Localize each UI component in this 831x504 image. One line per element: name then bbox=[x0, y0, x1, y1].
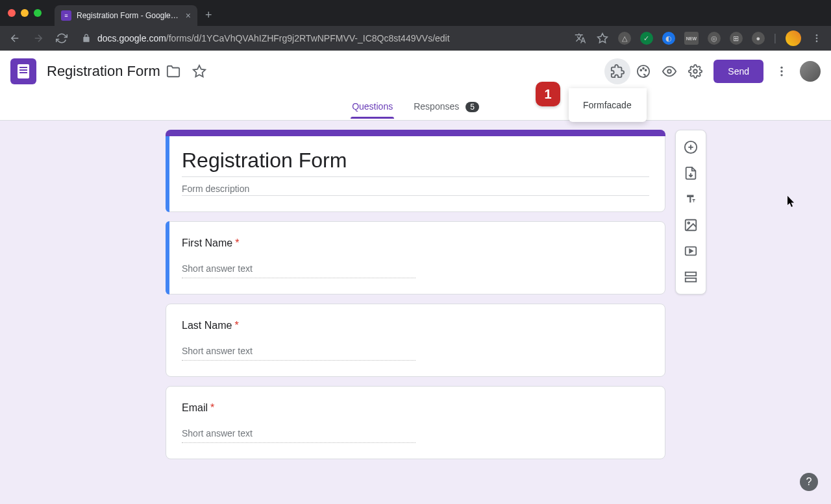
svg-point-9 bbox=[668, 69, 672, 73]
svg-marker-20 bbox=[689, 249, 693, 253]
svg-point-18 bbox=[688, 222, 689, 224]
answer-placeholder: Short answer text bbox=[182, 263, 416, 278]
question-label: First Name* bbox=[182, 237, 649, 249]
svg-rect-22 bbox=[686, 278, 697, 282]
svg-point-11 bbox=[780, 67, 782, 69]
mouse-cursor-icon bbox=[788, 196, 797, 208]
browser-tab[interactable]: ≡ Registration Form - Google Fo × bbox=[55, 5, 197, 26]
response-count-badge: 5 bbox=[465, 102, 479, 112]
send-button[interactable]: Send bbox=[713, 60, 763, 83]
browser-profile-avatar[interactable] bbox=[786, 30, 801, 46]
favicon-icon: ≡ bbox=[61, 10, 71, 21]
url-text: docs.google.com/forms/d/1YCaVhQVAhIZHFrg… bbox=[97, 33, 450, 43]
settings-icon[interactable] bbox=[682, 58, 708, 84]
extension-icon[interactable]: ● bbox=[752, 32, 765, 45]
close-window-icon[interactable] bbox=[8, 9, 16, 17]
tab-bar: ≡ Registration Form - Google Fo × + bbox=[0, 0, 831, 26]
add-video-icon[interactable] bbox=[678, 238, 704, 264]
extension-icon[interactable]: ◐ bbox=[662, 32, 675, 45]
add-image-icon[interactable] bbox=[678, 212, 704, 238]
new-tab-button[interactable]: + bbox=[205, 8, 212, 22]
star-icon[interactable] bbox=[186, 58, 212, 84]
palette-icon[interactable] bbox=[630, 58, 656, 84]
extension-icons: △ ✓ ◐ NEW ◎ ⊞ ● | bbox=[574, 30, 823, 46]
minimize-window-icon[interactable] bbox=[21, 9, 29, 17]
help-button[interactable]: ? bbox=[800, 473, 818, 491]
form-header-card[interactable]: Registration Form Form description bbox=[166, 130, 665, 212]
nav-bar: docs.google.com/forms/d/1YCaVhQVAhIZHFrg… bbox=[0, 26, 831, 51]
extension-new-icon[interactable]: NEW bbox=[684, 32, 699, 45]
extension-icon[interactable]: ⊞ bbox=[730, 32, 743, 45]
addons-icon[interactable] bbox=[604, 58, 630, 84]
svg-point-6 bbox=[641, 69, 642, 71]
browser-chrome: ≡ Registration Form - Google Fo × + docs… bbox=[0, 0, 831, 51]
question-card[interactable]: First Name* Short answer text bbox=[166, 221, 665, 294]
translate-icon[interactable] bbox=[574, 32, 587, 45]
extension-icon[interactable]: ✓ bbox=[640, 32, 653, 45]
add-section-icon[interactable] bbox=[678, 264, 704, 290]
close-tab-icon[interactable]: × bbox=[186, 10, 191, 21]
addon-menu-item[interactable]: Formfacade bbox=[583, 100, 632, 110]
question-label: Last Name* bbox=[182, 320, 649, 331]
answer-placeholder: Short answer text bbox=[182, 346, 416, 361]
form-description-input[interactable]: Form description bbox=[182, 177, 649, 196]
form-column: Registration Form Form description First… bbox=[166, 130, 665, 504]
forward-button bbox=[31, 32, 45, 44]
import-questions-icon[interactable] bbox=[678, 160, 704, 186]
add-question-icon[interactable] bbox=[678, 134, 704, 160]
address-bar[interactable]: docs.google.com/forms/d/1YCaVhQVAhIZHFrg… bbox=[78, 33, 565, 43]
svg-point-3 bbox=[816, 40, 818, 42]
window-controls bbox=[8, 9, 42, 17]
svg-point-7 bbox=[643, 68, 644, 69]
extension-icon[interactable]: ◎ bbox=[708, 32, 721, 45]
folder-icon[interactable] bbox=[160, 58, 186, 84]
preview-icon[interactable] bbox=[656, 58, 682, 84]
reload-button[interactable] bbox=[55, 32, 69, 44]
form-canvas: Registration Form Form description First… bbox=[0, 121, 831, 504]
svg-marker-4 bbox=[193, 66, 205, 77]
extension-icon[interactable]: △ bbox=[618, 32, 631, 45]
browser-menu-icon[interactable] bbox=[810, 32, 823, 45]
form-title-input[interactable]: Registration Form bbox=[182, 145, 649, 177]
svg-point-2 bbox=[816, 38, 818, 40]
back-button[interactable] bbox=[8, 32, 22, 44]
floating-toolbar bbox=[675, 130, 706, 294]
bookmark-star-icon[interactable] bbox=[596, 32, 609, 45]
svg-rect-21 bbox=[686, 272, 697, 276]
tab-questions[interactable]: Questions bbox=[351, 95, 394, 118]
annotation-badge: 1 bbox=[536, 82, 560, 106]
answer-placeholder: Short answer text bbox=[182, 428, 416, 443]
add-title-icon[interactable] bbox=[678, 186, 704, 212]
tab-responses[interactable]: Responses 5 bbox=[412, 95, 480, 118]
question-card[interactable]: Email* Short answer text bbox=[166, 386, 665, 459]
doc-title[interactable]: Registration Form bbox=[47, 63, 160, 80]
svg-point-12 bbox=[780, 70, 782, 72]
svg-marker-0 bbox=[597, 34, 607, 43]
form-tabs: Questions Responses 5 bbox=[0, 92, 831, 121]
svg-point-1 bbox=[816, 34, 818, 36]
account-avatar[interactable] bbox=[800, 61, 821, 82]
forms-logo-icon[interactable] bbox=[10, 58, 36, 84]
tab-responses-label: Responses bbox=[414, 101, 459, 112]
addon-popup[interactable]: Formfacade bbox=[569, 88, 647, 122]
question-card[interactable]: Last Name* Short answer text bbox=[166, 304, 665, 377]
svg-point-10 bbox=[694, 69, 698, 73]
svg-point-8 bbox=[645, 69, 647, 71]
tab-title: Registration Form - Google Fo bbox=[77, 11, 180, 20]
more-menu-icon[interactable] bbox=[769, 58, 795, 84]
svg-point-13 bbox=[780, 74, 782, 76]
maximize-window-icon[interactable] bbox=[34, 9, 42, 17]
question-label: Email* bbox=[182, 402, 649, 414]
app-header: Registration Form Send bbox=[0, 51, 831, 92]
lock-icon bbox=[82, 34, 91, 43]
